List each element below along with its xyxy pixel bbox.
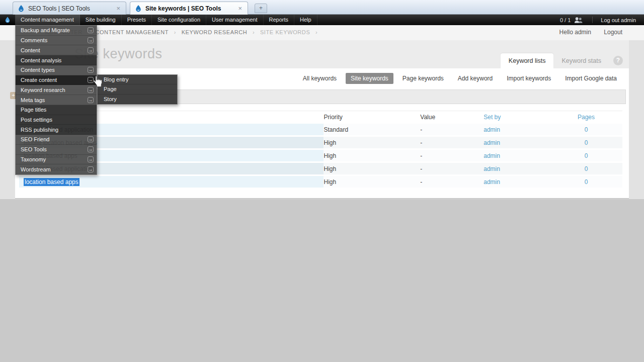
drupal-favicon xyxy=(17,5,25,13)
submenu-arrow-icon: → xyxy=(88,156,94,162)
menu-item-label: Post settings xyxy=(21,117,52,123)
submenu-item-blog-entry[interactable]: Blog entry xyxy=(98,75,177,84)
browser-tab-site-keywords[interactable]: Site keywords | SEO Tools × xyxy=(130,2,248,15)
table-row-selected[interactable]: location based apps High - admin 0 xyxy=(19,176,622,188)
menu-item-label: Backup and Migrate xyxy=(21,27,70,33)
menu-item-create-content[interactable]: Create content → xyxy=(16,75,97,85)
menu-item-page-titles[interactable]: Page titles xyxy=(16,105,97,115)
selected-keyword-text[interactable]: location based apps xyxy=(24,178,79,186)
menu-item-backup-and-migrate[interactable]: Backup and Migrate → xyxy=(16,26,97,36)
set-by-cell: admin xyxy=(484,163,550,174)
adminbar-item-content-management[interactable]: Content management xyxy=(15,15,80,25)
table-row[interactable]: location based apps High - admin 0 xyxy=(19,150,622,161)
col-header-pages[interactable]: Pages xyxy=(550,114,622,121)
import-keywords-button[interactable]: Import keywords xyxy=(502,73,556,84)
page-header-band: Site keywords Keyword lists Keyword stat… xyxy=(15,40,629,68)
keywords-table: Priority Value Set by Pages location bas… xyxy=(19,111,622,189)
new-tab-icon[interactable]: + xyxy=(255,4,267,13)
submenu-arrow-icon: → xyxy=(88,87,94,93)
table-row[interactable]: location based application Standard - ad… xyxy=(19,124,622,135)
priority-cell: Standard xyxy=(324,124,420,135)
value-cell: - xyxy=(420,163,484,174)
pages-link[interactable]: 0 xyxy=(585,126,588,133)
drupal-home-button[interactable] xyxy=(0,15,15,25)
menu-item-content-analysis[interactable]: Content analysis xyxy=(16,55,97,65)
menu-item-content-types[interactable]: Content types → xyxy=(16,65,97,75)
col-header-priority[interactable]: Priority xyxy=(324,114,420,121)
table-row[interactable]: mobile location based apps High - admin … xyxy=(19,137,622,148)
menu-item-content[interactable]: Content → xyxy=(16,45,97,55)
menu-item-seo-tools[interactable]: SEO Tools → xyxy=(16,145,97,155)
menu-item-label: Taxonomy xyxy=(21,156,46,162)
pages-link[interactable]: 0 xyxy=(585,139,588,146)
submenu-item-story[interactable]: Story xyxy=(98,95,177,104)
close-icon[interactable]: × xyxy=(115,5,122,12)
admin-link[interactable]: admin xyxy=(484,165,500,172)
adminbar-item-user-management[interactable]: User management xyxy=(206,15,264,25)
pages-link[interactable]: 0 xyxy=(585,178,588,186)
adminbar-item-help[interactable]: Help xyxy=(294,15,317,25)
add-keyword-button[interactable]: Add keyword xyxy=(453,73,498,84)
submenu-arrow-icon: → xyxy=(88,166,94,172)
col-header-set-by[interactable]: Set by xyxy=(484,114,550,121)
cursor-icon xyxy=(92,75,103,87)
set-by-cell: admin xyxy=(484,176,550,188)
browser-tab-seo-tools[interactable]: SEO Tools | SEO Tools × xyxy=(13,2,126,15)
site-keywords-button[interactable]: Site keywords xyxy=(346,73,393,84)
submenu-arrow-icon: → xyxy=(88,146,94,152)
session-area: Hello admin Logout xyxy=(559,29,622,36)
breadcrumb-keyword-research[interactable]: KEYWORD RESEARCH xyxy=(182,29,248,35)
menu-item-label: SEO Tools xyxy=(21,146,47,152)
admin-link[interactable]: admin xyxy=(484,139,500,146)
greeting-text: Hello admin xyxy=(559,29,591,36)
breadcrumb-separator: › xyxy=(174,29,176,35)
tab-keyword-lists[interactable]: Keyword lists xyxy=(501,53,554,68)
menu-item-label: SEO Friend xyxy=(21,136,49,142)
help-icon[interactable]: ? xyxy=(613,56,623,65)
all-keywords-button[interactable]: All keywords xyxy=(298,73,342,84)
menu-item-comments[interactable]: Comments → xyxy=(16,36,97,46)
browser-tab-bar: SEO Tools | SEO Tools × Site keywords | … xyxy=(0,0,644,15)
close-icon[interactable]: × xyxy=(236,5,244,12)
submenu-arrow-icon: → xyxy=(88,27,94,33)
admin-link[interactable]: admin xyxy=(484,126,500,133)
tab-keyword-stats[interactable]: Keyword stats xyxy=(553,53,609,68)
page-tabs: Keyword lists Keyword stats ? xyxy=(501,53,624,68)
adminbar-item-site-configuration[interactable]: Site configuration xyxy=(152,15,206,25)
admin-link[interactable]: admin xyxy=(484,178,500,186)
breadcrumb-content-management[interactable]: CONTENT MANAGEMENT xyxy=(95,29,169,35)
value-cell: - xyxy=(420,176,484,188)
pages-link[interactable]: 0 xyxy=(585,152,588,159)
adminbar-item-presets[interactable]: Presets xyxy=(122,15,152,25)
pages-cell: 0 xyxy=(550,137,622,148)
menu-item-label: Page titles xyxy=(21,107,46,113)
import-google-data-button[interactable]: Import Google data xyxy=(560,73,622,84)
submenu-arrow-icon: → xyxy=(88,97,94,103)
page-keywords-button[interactable]: Page keywords xyxy=(397,73,449,84)
menu-item-post-settings[interactable]: Post settings xyxy=(16,115,97,125)
create-content-submenu: Blog entry Page Story xyxy=(97,74,178,105)
pages-cell: 0 xyxy=(550,176,622,188)
logout-link[interactable]: Logout xyxy=(604,29,622,36)
table-row[interactable]: location based application High - admin … xyxy=(19,163,622,174)
logout-admin-link[interactable]: Log out admin xyxy=(597,17,640,23)
breadcrumb-site-keywords[interactable]: SITE KEYWORDS xyxy=(260,29,310,35)
adminbar-item-reports[interactable]: Reports xyxy=(264,15,295,25)
submenu-arrow-icon: → xyxy=(88,47,94,53)
menu-item-taxonomy[interactable]: Taxonomy → xyxy=(16,155,97,165)
menu-item-meta-tags[interactable]: Meta tags → xyxy=(16,95,97,105)
admin-link[interactable]: admin xyxy=(484,152,500,159)
menu-item-wordstream[interactable]: Wordstream → xyxy=(16,164,97,174)
col-header-value[interactable]: Value xyxy=(420,114,484,121)
menu-item-keyword-research[interactable]: Keyword research → xyxy=(16,85,97,95)
menu-item-rss-publishing[interactable]: RSS publishing xyxy=(16,125,97,135)
submenu-item-page[interactable]: Page xyxy=(98,84,177,94)
tab-title: Site keywords | SEO Tools xyxy=(145,5,232,12)
pages-link[interactable]: 0 xyxy=(585,165,588,172)
menu-item-label: Keyword research xyxy=(21,87,65,93)
table-header-row: Priority Value Set by Pages xyxy=(19,111,622,123)
users-icon xyxy=(574,17,583,24)
menu-item-seo-friend[interactable]: SEO Friend → xyxy=(16,135,97,145)
adminbar-right: 0 / 1 Log out admin xyxy=(557,15,644,25)
adminbar-item-site-building[interactable]: Site building xyxy=(80,15,122,25)
